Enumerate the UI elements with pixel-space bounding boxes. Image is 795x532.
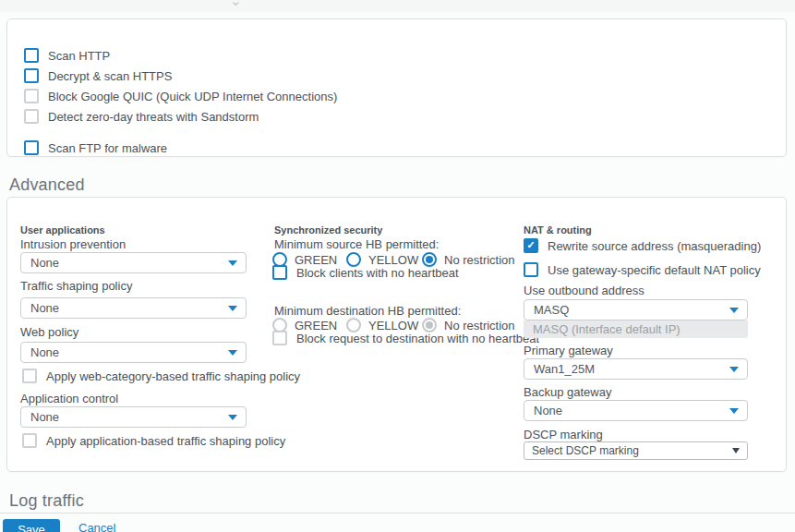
chevron-down-icon <box>228 260 237 266</box>
option-label: MASQ (Interface default IP) <box>533 322 681 336</box>
checkbox-icon: ✓ <box>22 369 37 383</box>
traffic-shaping-policy-dropdown[interactable]: None <box>20 297 247 319</box>
checkbox-icon: ✓ <box>22 433 37 448</box>
use-outbound-address-label: Use outbound address <box>524 284 644 297</box>
primary-gateway-label: Primary gateway <box>524 344 613 357</box>
web-category-shaping-checkbox[interactable]: ✓ Apply web-category-based traffic shapi… <box>22 369 300 383</box>
application-control-label: Application control <box>20 392 118 405</box>
block-google-quic-checkbox[interactable]: ✓ Block Google QUIC (Quick UDP Internet … <box>24 89 337 103</box>
checkbox-label: Detect zero-day threats with Sandstorm <box>48 110 259 124</box>
detect-zero-day-checkbox[interactable]: ✓ Detect zero-day threats with Sandstorm <box>24 109 259 124</box>
block-request-destination-checkbox[interactable]: ✓ Block request to destination with no h… <box>272 331 539 345</box>
checkbox-label: Decrypt & scan HTTPS <box>48 69 172 83</box>
dropdown-value: None <box>30 345 228 359</box>
application-control-dropdown[interactable]: None <box>20 406 247 428</box>
min-destination-hb-label: Minimum destination HB permitted: <box>274 304 461 318</box>
intrusion-prevention-dropdown[interactable]: None <box>20 252 247 273</box>
chevron-down-icon <box>228 306 237 311</box>
web-policy-label: Web policy <box>20 325 78 339</box>
select-value: Select DSCP marking <box>532 444 732 457</box>
scan-http-checkbox[interactable]: ✓ Scan HTTP <box>24 48 110 63</box>
checkbox-icon: ✓ <box>524 238 538 253</box>
outbound-address-option[interactable]: MASQ (Interface default IP) <box>524 320 748 338</box>
chevron-down-icon[interactable]: ⌄ <box>230 0 242 7</box>
checkbox-label: Block Google QUIC (Quick UDP Internet Co… <box>48 90 337 103</box>
footer-divider <box>0 513 795 514</box>
traffic-shaping-policy-label: Traffic shaping policy <box>20 279 132 293</box>
dropdown-value: None <box>30 256 228 270</box>
checkbox-label: Use gateway-specific default NAT policy <box>548 263 761 277</box>
checkbox-icon: ✓ <box>272 265 287 280</box>
chevron-down-icon <box>729 408 739 414</box>
checkbox-label: Block clients with no heartbeat <box>296 266 459 280</box>
scan-options-card: ✓ Scan HTTP ✓ Decrypt & scan HTTPS ✓ Blo… <box>6 18 787 157</box>
dropdown-value: None <box>534 404 729 417</box>
dropdown-value: MASQ <box>534 303 729 317</box>
web-policy-dropdown[interactable]: None <box>20 342 247 363</box>
checkbox-icon: ✓ <box>24 140 39 155</box>
checkbox-label: Apply web-category-based traffic shaping… <box>46 369 300 383</box>
chevron-down-icon <box>228 415 237 420</box>
cancel-link[interactable]: Cancel <box>78 521 115 532</box>
checkbox-icon: ✓ <box>24 48 39 63</box>
save-button[interactable]: Save <box>3 519 60 532</box>
user-applications-section-label: User applications <box>20 224 105 236</box>
nat-routing-section-label: NAT & routing <box>524 224 592 236</box>
checkbox-label: Block request to destination with no hea… <box>296 332 539 345</box>
dscp-marking-label: DSCP marking <box>524 428 603 441</box>
application-shaping-checkbox[interactable]: ✓ Apply application-based traffic shapin… <box>22 433 285 448</box>
scan-ftp-checkbox[interactable]: ✓ Scan FTP for malware <box>24 140 167 155</box>
checkbox-icon: ✓ <box>24 89 39 103</box>
checkbox-icon: ✓ <box>24 68 39 83</box>
checkbox-label: Scan HTTP <box>48 49 110 63</box>
chevron-down-icon <box>729 367 739 372</box>
log-traffic-heading: Log traffic <box>9 491 84 511</box>
synchronized-security-section-label: Synchronized security <box>274 224 382 236</box>
dropdown-value: Wan1_25M <box>534 362 729 376</box>
intrusion-prevention-label: Intrusion prevention <box>20 237 126 251</box>
rewrite-source-address-checkbox[interactable]: ✓ Rewrite source address (masquerading) <box>524 238 761 253</box>
backup-gateway-label: Backup gateway <box>524 385 611 399</box>
backup-gateway-dropdown[interactable]: None <box>524 400 748 421</box>
advanced-heading: Advanced <box>9 175 85 195</box>
checkbox-label: Rewrite source address (masquerading) <box>548 239 761 253</box>
dropdown-value: None <box>30 301 228 315</box>
decrypt-scan-https-checkbox[interactable]: ✓ Decrypt & scan HTTPS <box>24 68 172 83</box>
chevron-down-icon <box>729 308 739 313</box>
checkbox-icon: ✓ <box>272 331 287 345</box>
dscp-marking-select[interactable]: Select DSCP marking <box>524 441 748 460</box>
checkbox-label: Apply application-based traffic shaping … <box>46 434 285 448</box>
min-source-hb-label: Minimum source HB permitted: <box>274 237 439 251</box>
primary-gateway-dropdown[interactable]: Wan1_25M <box>524 358 748 380</box>
chevron-down-icon <box>228 350 237 356</box>
dropdown-value: None <box>30 410 228 424</box>
checkbox-icon: ✓ <box>24 109 39 124</box>
block-clients-no-heartbeat-checkbox[interactable]: ✓ Block clients with no heartbeat <box>272 265 459 280</box>
chevron-down-icon <box>732 448 740 453</box>
checkbox-label: Scan FTP for malware <box>48 141 167 155</box>
checkbox-icon: ✓ <box>524 262 538 277</box>
top-band <box>0 0 795 12</box>
outbound-address-dropdown[interactable]: MASQ <box>524 299 748 320</box>
gateway-specific-nat-checkbox[interactable]: ✓ Use gateway-specific default NAT polic… <box>524 262 761 277</box>
